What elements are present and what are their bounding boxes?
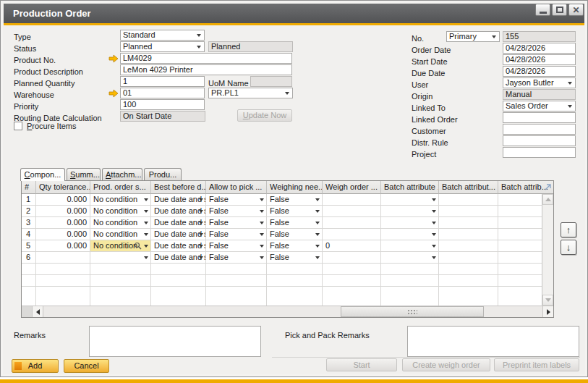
- prod-order-cell[interactable]: No condition: [90, 217, 151, 229]
- tab-components[interactable]: Compon...: [20, 168, 65, 181]
- batch-attribute-2-cell[interactable]: [439, 194, 498, 206]
- magnifier-icon[interactable]: [134, 242, 142, 250]
- add-button[interactable]: Add: [12, 359, 59, 373]
- scrollbar-track[interactable]: [43, 306, 542, 317]
- distr-rule-field[interactable]: [503, 135, 576, 146]
- row-number-cell[interactable]: 2: [22, 206, 36, 217]
- batch-attribute-3-cell[interactable]: [498, 217, 542, 229]
- weigh-order-cell[interactable]: [323, 217, 381, 229]
- move-row-up-button[interactable]: ↑: [561, 222, 576, 237]
- remarks-textarea[interactable]: [89, 326, 261, 357]
- planned-quantity-field[interactable]: 1: [120, 76, 205, 87]
- row-number-cell[interactable]: 6: [22, 252, 36, 264]
- qty-tolerance-cell[interactable]: [36, 252, 90, 264]
- project-field[interactable]: [503, 147, 576, 158]
- product-description-field[interactable]: LeMon 4029 Printer: [120, 64, 292, 75]
- create-weigh-order-button[interactable]: Create weigh order: [402, 358, 490, 371]
- scroll-right-button[interactable]: [542, 306, 553, 317]
- batch-attribute-1-cell[interactable]: [381, 229, 439, 240]
- order-date-field[interactable]: 04/28/2026: [503, 43, 576, 54]
- close-button[interactable]: ✕: [568, 4, 584, 16]
- qty-tolerance-cell[interactable]: 0.000: [36, 229, 90, 240]
- weigh-order-cell[interactable]: [323, 252, 381, 264]
- best-before-cell[interactable]: Due date and s: [151, 229, 206, 240]
- allow-to-pick-cell[interactable]: False: [206, 194, 267, 206]
- batch-attribute-2-cell[interactable]: [439, 206, 498, 217]
- due-date-field[interactable]: 04/28/2026: [503, 66, 576, 77]
- prod-order-cell-active[interactable]: No condition: [90, 240, 151, 252]
- batch-attribute-1-cell[interactable]: [381, 240, 439, 252]
- weigh-order-cell[interactable]: [323, 206, 381, 217]
- series-dropdown[interactable]: Primary: [446, 31, 500, 42]
- batch-attribute-2-cell[interactable]: [439, 229, 498, 240]
- allow-to-pick-cell[interactable]: False: [206, 240, 267, 252]
- prod-order-cell[interactable]: No condition: [90, 194, 151, 206]
- warehouse-field[interactable]: 01: [120, 88, 205, 98]
- link-arrow-icon[interactable]: [108, 89, 119, 98]
- weighing-needed-cell[interactable]: False: [267, 217, 323, 229]
- best-before-cell[interactable]: Due date and s: [151, 240, 206, 252]
- minimize-button[interactable]: [535, 4, 550, 16]
- pick-and-pack-remarks-textarea[interactable]: [407, 326, 579, 357]
- qty-tolerance-cell[interactable]: 0.000: [36, 206, 90, 217]
- prod-order-cell[interactable]: No condition: [90, 229, 151, 240]
- procure-items-checkbox[interactable]: [14, 122, 22, 130]
- batch-attribute-1-cell[interactable]: [381, 194, 439, 206]
- cancel-button[interactable]: Cancel: [64, 359, 109, 373]
- row-number-cell[interactable]: 3: [22, 217, 36, 229]
- row-number-cell[interactable]: 5: [22, 240, 36, 252]
- best-before-cell[interactable]: Due date and s: [151, 252, 206, 264]
- status-dropdown[interactable]: Planned: [120, 41, 205, 52]
- qty-tolerance-cell[interactable]: 0.000: [36, 240, 90, 252]
- weigh-order-cell[interactable]: 0: [323, 240, 381, 252]
- qty-tolerance-cell[interactable]: 0.000: [36, 217, 90, 229]
- batch-attribute-2-cell[interactable]: [439, 240, 498, 252]
- expand-grid-icon[interactable]: [544, 183, 552, 191]
- grid-vertical-scrollbar[interactable]: [542, 194, 553, 306]
- start-date-field[interactable]: 04/28/2026: [503, 54, 576, 65]
- preprint-item-labels-button[interactable]: Preprint item labels: [494, 358, 579, 371]
- batch-attribute-1-cell[interactable]: [381, 252, 439, 264]
- weighing-needed-cell[interactable]: False: [267, 240, 323, 252]
- maximize-button[interactable]: [552, 4, 567, 16]
- allow-to-pick-cell[interactable]: False: [206, 217, 267, 229]
- best-before-cell[interactable]: Due date and s: [151, 206, 206, 217]
- batch-attribute-2-cell[interactable]: [439, 217, 498, 229]
- scroll-up-button[interactable]: [542, 194, 553, 205]
- batch-attribute-2-cell[interactable]: [439, 252, 498, 264]
- prod-order-cell[interactable]: [90, 252, 151, 264]
- allow-to-pick-cell[interactable]: False: [206, 206, 267, 217]
- batch-attribute-1-cell[interactable]: [381, 206, 439, 217]
- batch-attribute-3-cell[interactable]: [498, 194, 542, 206]
- batch-attribute-3-cell[interactable]: [498, 252, 542, 264]
- qty-tolerance-cell[interactable]: 0.000: [36, 194, 90, 206]
- linked-order-field[interactable]: [503, 112, 576, 123]
- weigh-order-cell[interactable]: [323, 229, 381, 240]
- best-before-cell[interactable]: Due date and s: [151, 194, 206, 206]
- weighing-needed-cell[interactable]: False: [267, 194, 323, 206]
- prod-order-cell[interactable]: No condition: [90, 206, 151, 217]
- start-button[interactable]: Start: [326, 358, 397, 371]
- scrollbar-thumb[interactable]: [341, 306, 484, 317]
- weighing-needed-cell[interactable]: False: [267, 206, 323, 217]
- linked-to-dropdown[interactable]: Sales Order: [503, 101, 576, 111]
- weighing-needed-cell[interactable]: False: [267, 229, 323, 240]
- grid-horizontal-scrollbar[interactable]: [22, 306, 553, 317]
- weigh-order-cell[interactable]: [323, 194, 381, 206]
- row-number-cell[interactable]: 1: [22, 194, 36, 206]
- type-dropdown[interactable]: Standard: [120, 30, 205, 41]
- tab-summary[interactable]: Summ...: [67, 168, 101, 180]
- tab-produmex[interactable]: Produ...: [144, 168, 182, 180]
- scroll-left-button[interactable]: [33, 306, 43, 317]
- batch-attribute-3-cell[interactable]: [498, 206, 542, 217]
- titlebar[interactable]: Production Order: [4, 4, 584, 23]
- weighing-needed-cell[interactable]: False: [267, 252, 323, 264]
- bin-location-dropdown[interactable]: PR.PL1: [208, 88, 293, 98]
- batch-attribute-1-cell[interactable]: [381, 217, 439, 229]
- user-dropdown[interactable]: Jayson Butler: [503, 77, 576, 88]
- tab-attachments[interactable]: Attachm...: [102, 168, 142, 180]
- allow-to-pick-cell[interactable]: False: [206, 229, 267, 240]
- row-number-cell[interactable]: 4: [22, 229, 36, 240]
- move-row-down-button[interactable]: ↓: [561, 240, 576, 255]
- best-before-cell[interactable]: Due date and s: [151, 217, 206, 229]
